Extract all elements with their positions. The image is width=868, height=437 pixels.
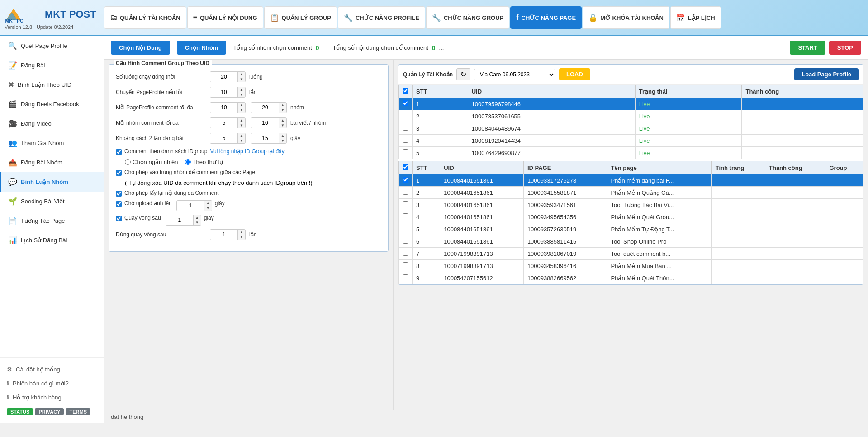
- nav-tab-chuc-nang-group[interactable]: 🔧CHỨC NĂNG GROUP: [426, 6, 509, 29]
- page-table-wrap[interactable]: STT UID ID PAGE Tên page Tinh trang Thàn…: [398, 161, 863, 284]
- row-checkbox[interactable]: [403, 113, 408, 118]
- spinbox-nhom2[interactable]: ▲ ▼: [251, 117, 287, 128]
- spinbox-nhom2-input[interactable]: [251, 118, 279, 128]
- account-select[interactable]: Via Care 09.05.2023: [474, 69, 555, 80]
- spinbox-khoang2-down[interactable]: ▼: [279, 138, 286, 143]
- table-row[interactable]: 7 100071998391713 100093981067019 Tool q…: [399, 248, 863, 260]
- row-checkbox[interactable]: [403, 262, 408, 268]
- sidebar-item-dang-reels-facebook[interactable]: 🎬Đăng Reels Facebook: [0, 94, 104, 114]
- spinbox-nhom1-input[interactable]: [210, 118, 237, 128]
- table-row[interactable]: 5 100084401651861 100093572630519 Phần M…: [399, 223, 863, 235]
- spinbox-page1-down[interactable]: ▼: [238, 108, 245, 113]
- checkbox-quay-vong[interactable]: [116, 216, 122, 221]
- nav-tab-quan-ly-noi-dung[interactable]: ≡QUẢN LÝ NỘI DUNG: [187, 6, 263, 29]
- spinbox-nhom1-up[interactable]: ▲: [238, 118, 245, 123]
- spinbox-loi[interactable]: ▲ ▼: [210, 87, 246, 98]
- load-button[interactable]: LOAD: [559, 68, 590, 80]
- table-row[interactable]: 3 100084046489674 Live: [399, 122, 863, 135]
- radio-ngau-nhien[interactable]: [125, 159, 131, 165]
- row-checkbox[interactable]: [403, 137, 408, 143]
- cell-checkbox[interactable]: [399, 199, 413, 211]
- footer-badge-privacy[interactable]: PRIVACY: [35, 408, 64, 415]
- radio-ngau-nhien-label[interactable]: Chọn ngẫu nhiên: [125, 159, 178, 165]
- spinbox-upload-up[interactable]: ▲: [204, 201, 212, 206]
- cell-checkbox[interactable]: [399, 174, 413, 187]
- sidebar-item-binh-luan-nhom[interactable]: 💬Bình Luận Nhóm: [0, 172, 104, 192]
- spinbox-khoang2[interactable]: ▲ ▼: [251, 133, 287, 144]
- spinbox-quay[interactable]: ▲ ▼: [166, 215, 201, 226]
- spinbox-luong-input[interactable]: [210, 72, 237, 82]
- th-page-checkbox-input[interactable]: [403, 164, 408, 170]
- table-row[interactable]: 4 100084401651861 100093495654356 Phần M…: [399, 211, 863, 223]
- spinbox-page2-down[interactable]: ▼: [279, 108, 286, 113]
- th-checkbox-input[interactable]: [403, 88, 408, 94]
- spinbox-upload-down[interactable]: ▼: [204, 206, 212, 211]
- row-checkbox[interactable]: [403, 177, 408, 183]
- row-checkbox[interactable]: [403, 100, 408, 106]
- nav-tab-lap-lich[interactable]: 📅LẬP LỊCH: [670, 6, 721, 29]
- spinbox-nhom1[interactable]: ▲ ▼: [210, 117, 246, 128]
- table-row[interactable]: 1 100084401651861 100093317276278 Phần m…: [399, 174, 863, 187]
- row-checkbox[interactable]: [403, 201, 408, 207]
- spinbox-khoang2-up[interactable]: ▲: [279, 133, 286, 138]
- sidebar-bottom-cai-dat-he-thong[interactable]: ⚙Cài đặt hệ thống: [0, 362, 104, 376]
- row-checkbox[interactable]: [403, 125, 408, 131]
- spinbox-dung[interactable]: ▲ ▼: [210, 229, 246, 240]
- nav-tab-chuc-nang-profile[interactable]: 🔧CHỨC NĂNG PROFILE: [338, 6, 425, 29]
- spinbox-nhom1-down[interactable]: ▼: [238, 123, 245, 128]
- sidebar-item-tham-gia-nhom[interactable]: 👥Tham Gia Nhóm: [0, 133, 104, 153]
- cell-checkbox[interactable]: [399, 147, 413, 159]
- row-checkbox[interactable]: [403, 238, 408, 244]
- cell-checkbox[interactable]: [399, 110, 413, 122]
- sidebar-item-binh-luan-theo-uid[interactable]: ✖Bình Luận Theo UID: [0, 75, 104, 94]
- radio-theo-thu-tu[interactable]: [185, 159, 191, 165]
- row-checkbox[interactable]: [403, 274, 408, 280]
- cell-checkbox[interactable]: [399, 187, 413, 199]
- row-checkbox[interactable]: [403, 149, 408, 155]
- sidebar-item-dang-video[interactable]: 🎥Đăng Video: [0, 114, 104, 133]
- sidebar-item-seeding-bai-viet[interactable]: 🌱Seeding Bài Viết: [0, 192, 104, 211]
- spinbox-luong-up[interactable]: ▲: [238, 72, 245, 77]
- sidebar-item-tuong-tac-page[interactable]: 📄Tương Tác Page: [0, 211, 104, 230]
- spinbox-page2[interactable]: ▲ ▼: [251, 102, 287, 113]
- spinbox-luong-down[interactable]: ▼: [238, 77, 245, 82]
- load-page-profile-button[interactable]: Load Page Profile: [794, 68, 859, 80]
- spinbox-nhom2-up[interactable]: ▲: [279, 118, 286, 123]
- nav-tab-quan-ly-group[interactable]: 📋QUẢN LÝ GROUP: [264, 6, 337, 29]
- cell-checkbox[interactable]: [399, 122, 413, 135]
- link-vui-long[interactable]: Vui lòng nhập ID Group tại đây!: [210, 148, 286, 155]
- spinbox-khoang1[interactable]: ▲ ▼: [210, 133, 246, 144]
- table-row[interactable]: 5 100076429690877 Live: [399, 147, 863, 159]
- nav-tab-mo-khoa-tai-khoan[interactable]: 🔓MỞ KHÓA TÀI KHOẢN: [583, 6, 669, 29]
- checkbox-upload[interactable]: [116, 201, 122, 207]
- table-row[interactable]: 2 100078537061655 Live: [399, 110, 863, 122]
- spinbox-upload-input[interactable]: [177, 201, 204, 211]
- spinbox-khoang1-down[interactable]: ▼: [238, 138, 245, 143]
- sidebar-bottom-phien-ban[interactable]: ℹPhiên bản có gì mới?: [0, 376, 104, 390]
- refresh-button[interactable]: ↻: [456, 68, 470, 80]
- checkbox-trung-nhom[interactable]: [116, 170, 122, 176]
- spinbox-dung-up[interactable]: ▲: [238, 230, 245, 235]
- table-row[interactable]: 3 100084401651861 100093593471561 Tool T…: [399, 199, 863, 211]
- cell-checkbox[interactable]: [399, 211, 413, 223]
- spinbox-quay-up[interactable]: ▲: [194, 215, 201, 220]
- table-row[interactable]: 6 100084401651861 100093885811415 Tool S…: [399, 235, 863, 248]
- footer-badge-status[interactable]: STATUS: [7, 408, 33, 415]
- spinbox-page1-up[interactable]: ▲: [238, 103, 245, 108]
- sidebar-item-dang-bai-nhom[interactable]: 📤Đăng Bài Nhóm: [0, 153, 104, 172]
- spinbox-page2-up[interactable]: ▲: [279, 103, 286, 108]
- row-checkbox[interactable]: [403, 189, 408, 195]
- table-row[interactable]: 2 100084401651861 100093415581871 Phần M…: [399, 187, 863, 199]
- radio-thu-tu-label[interactable]: Theo thứ tự: [185, 159, 223, 165]
- spinbox-quay-down[interactable]: ▼: [194, 220, 201, 225]
- cell-checkbox[interactable]: [399, 260, 413, 272]
- chon-noi-dung-button[interactable]: Chọn Nội Dung: [111, 41, 170, 55]
- cell-checkbox[interactable]: [399, 235, 413, 248]
- table-row[interactable]: 1 100079596798446 Live: [399, 98, 863, 110]
- cell-checkbox[interactable]: [399, 135, 413, 147]
- spinbox-page1-input[interactable]: [210, 103, 237, 113]
- spinbox-khoang1-up[interactable]: ▲: [238, 133, 245, 138]
- spinbox-loi-input[interactable]: [210, 87, 237, 97]
- spinbox-quay-input[interactable]: [166, 215, 193, 225]
- spinbox-dung-down[interactable]: ▼: [238, 235, 245, 240]
